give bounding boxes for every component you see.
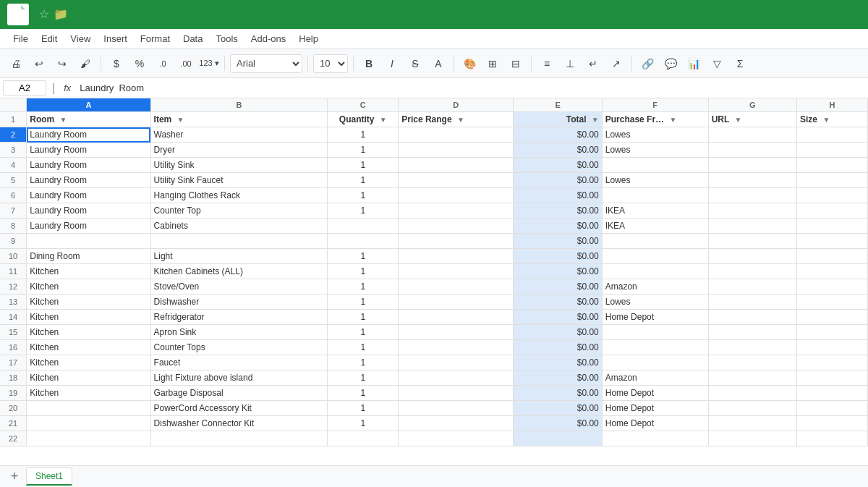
col-header-b[interactable]: B [150,98,328,112]
cell-19-a[interactable]: Kitchen [27,386,150,401]
cell-22-c[interactable] [328,431,399,446]
cell-17-h[interactable] [797,355,868,370]
col-c-header[interactable]: Quantity ▼ [328,112,399,127]
cell-10-b[interactable]: Light [150,249,328,264]
cell-21-g[interactable] [708,416,796,431]
font-name-select[interactable]: Arial [230,54,302,73]
cell-11-h[interactable] [797,264,868,279]
sheet-container[interactable]: A B C D E F G H 1 Room ▼ Item ▼ Quantity… [0,98,868,487]
cell-14-c[interactable]: 1 [328,310,399,325]
more-formats-btn[interactable]: 123 ▾ [199,54,219,74]
cell-5-f[interactable]: Lowes [602,173,708,188]
cell-14-d[interactable] [399,310,514,325]
percent-btn[interactable]: % [129,54,150,74]
cell-12-e[interactable]: $0.00 [514,279,602,295]
cell-6-d[interactable] [399,188,514,203]
undo-btn[interactable]: ↩ [29,54,49,74]
col-header-g[interactable]: G [708,98,796,112]
menu-data[interactable]: Data [177,31,208,46]
col-e-header[interactable]: Total ▼ [514,112,602,127]
cell-5-e[interactable]: $0.00 [514,173,602,188]
cell-10-g[interactable] [708,249,796,264]
cell-3-e[interactable]: $0.00 [514,143,602,158]
cell-21-d[interactable] [399,416,514,431]
cell-21-e[interactable]: $0.00 [514,416,602,431]
cell-15-c[interactable]: 1 [328,325,399,340]
col-d-header[interactable]: Price Range ▼ [399,112,514,127]
cell-5-a[interactable]: Laundry Room [27,173,150,188]
cell-17-g[interactable] [708,355,796,370]
col-header-h[interactable]: H [797,98,868,112]
cell-14-h[interactable] [797,310,868,325]
cell-17-c[interactable]: 1 [328,355,399,370]
paint-format-btn[interactable]: 🖌 [75,54,95,74]
cell-16-a[interactable]: Kitchen [27,340,150,355]
cell-3-f[interactable]: Lowes [602,143,708,158]
font-color-btn[interactable]: A [428,54,448,74]
cell-18-e[interactable]: $0.00 [514,370,602,386]
cell-4-b[interactable]: Utility Sink [150,158,328,173]
decimal-inc-btn[interactable]: .00 [176,54,196,74]
cell-18-d[interactable] [399,370,514,386]
col-header-a[interactable]: A [27,98,150,112]
cell-17-e[interactable]: $0.00 [514,355,602,370]
cell-12-h[interactable] [797,279,868,295]
cell-7-d[interactable] [399,203,514,219]
cell-20-e[interactable]: $0.00 [514,401,602,416]
cell-9-f[interactable] [602,234,708,249]
cell-21-b[interactable]: Dishwasher Connector Kit [150,416,328,431]
cell-10-c[interactable]: 1 [328,249,399,264]
cell-18-h[interactable] [797,370,868,386]
fill-color-btn[interactable]: 🎨 [459,54,480,74]
cell-14-f[interactable]: Home Depot [602,310,708,325]
cell-16-h[interactable] [797,340,868,355]
cell-12-d[interactable] [399,279,514,295]
cell-20-c[interactable]: 1 [328,401,399,416]
cell-3-g[interactable] [708,143,796,158]
cell-9-h[interactable] [797,234,868,249]
cell-20-d[interactable] [399,401,514,416]
menu-file[interactable]: File [7,31,34,46]
borders-btn[interactable]: ⊞ [482,54,503,74]
cell-9-d[interactable] [399,234,514,249]
cell-16-g[interactable] [708,340,796,355]
menu-help[interactable]: Help [293,31,324,46]
cell-3-a[interactable]: Laundry Room [27,143,150,158]
cell-12-b[interactable]: Stove/Oven [150,279,328,295]
cell-13-a[interactable]: Kitchen [27,295,150,310]
menu-edit[interactable]: Edit [35,31,63,46]
col-header-e[interactable]: E [514,98,602,112]
menu-tools[interactable]: Tools [210,31,243,46]
menu-addons[interactable]: Add-ons [245,31,292,46]
col-h-header[interactable]: Size ▼ [797,112,868,127]
cell-7-a[interactable]: Laundry Room [27,203,150,219]
cell-7-h[interactable] [797,203,868,219]
cell-2-d[interactable] [399,127,514,143]
cell-2-c[interactable]: 1 [328,127,399,143]
redo-btn[interactable]: ↪ [52,54,72,74]
cell-22-b[interactable] [150,431,328,446]
font-size-select[interactable]: 10 [313,54,348,73]
cell-17-a[interactable]: Kitchen [27,355,150,370]
cell-4-h[interactable] [797,158,868,173]
merge-cells-btn[interactable]: ⊟ [506,54,526,74]
cell-21-h[interactable] [797,416,868,431]
col-header-c[interactable]: C [328,98,399,112]
cell-19-d[interactable] [399,386,514,401]
cell-13-c[interactable]: 1 [328,295,399,310]
menu-insert[interactable]: Insert [98,31,133,46]
cell-3-b[interactable]: Dryer [150,143,328,158]
rotate-btn[interactable]: ↗ [606,54,626,74]
cell-20-f[interactable]: Home Depot [602,401,708,416]
cell-11-g[interactable] [708,264,796,279]
cell-6-c[interactable]: 1 [328,188,399,203]
cell-9-b[interactable] [150,234,328,249]
cell-22-a[interactable] [27,431,150,446]
cell-8-a[interactable]: Laundry Room [27,219,150,234]
cell-6-e[interactable]: $0.00 [514,188,602,203]
cell-5-d[interactable] [399,173,514,188]
cell-11-c[interactable]: 1 [328,264,399,279]
cell-13-d[interactable] [399,295,514,310]
cell-5-b[interactable]: Utility Sink Faucet [150,173,328,188]
cell-8-g[interactable] [708,219,796,234]
